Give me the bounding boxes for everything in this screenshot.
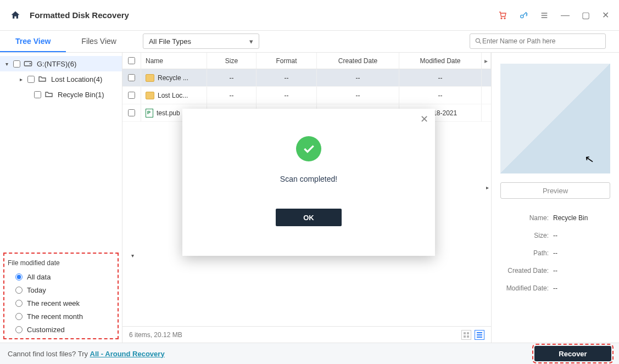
tab-files-view[interactable]: Files View xyxy=(66,37,132,52)
footer-hint: Cannot find lost files? Try All - Around… xyxy=(8,350,165,358)
status-text: 6 items, 20.12 MB xyxy=(129,331,182,339)
status-bar: 6 items, 20.12 MB xyxy=(122,326,491,343)
drive-icon xyxy=(24,60,34,67)
app-title: Formatted Disk Recovery xyxy=(30,10,129,20)
svg-point-6 xyxy=(476,38,479,42)
table-row[interactable]: Lost Loc... -- -- -- -- xyxy=(122,87,491,104)
ok-button[interactable]: OK xyxy=(276,209,342,226)
search-field[interactable] xyxy=(470,33,606,49)
collapse-panel-icon[interactable]: ▸ xyxy=(486,184,489,191)
svg-rect-13 xyxy=(477,332,482,333)
grid-view-icon[interactable] xyxy=(461,330,471,340)
meta-modified: -- xyxy=(553,284,557,292)
tree: ▾ G:(NTFS)(6) ▸ Lost Location(4) Recycle… xyxy=(0,53,122,249)
filter-panel: File modified date All data Today The re… xyxy=(3,253,119,339)
minimize-button[interactable]: — xyxy=(561,10,570,20)
search-icon xyxy=(475,37,482,45)
scan-complete-dialog: ✕ Scan completed! OK xyxy=(182,109,435,256)
tree-node-root[interactable]: ▾ G:(NTFS)(6) xyxy=(0,56,122,71)
publisher-file-icon xyxy=(146,109,153,117)
svg-rect-9 xyxy=(464,332,466,334)
chevron-down-icon: ▾ xyxy=(249,37,253,46)
svg-point-2 xyxy=(521,15,523,18)
svg-point-1 xyxy=(504,18,505,19)
maximize-button[interactable]: ▢ xyxy=(582,10,590,20)
svg-rect-10 xyxy=(467,332,469,334)
collapse-icon[interactable]: ▾ xyxy=(5,61,13,67)
tree-node-lost-location[interactable]: ▸ Lost Location(4) xyxy=(0,71,122,87)
meta-size: -- xyxy=(553,232,557,239)
recover-button[interactable]: Recover xyxy=(534,346,611,361)
success-check-icon xyxy=(296,136,321,161)
col-format[interactable]: Format xyxy=(256,53,317,69)
filter-option-week[interactable]: The recent week xyxy=(8,296,114,310)
folder-icon xyxy=(44,91,54,98)
meta-created: -- xyxy=(553,267,557,275)
title-bar: Formatted Disk Recovery — ▢ ✕ xyxy=(0,0,619,31)
filter-title: File modified date xyxy=(8,259,114,267)
col-created[interactable]: Created Date xyxy=(317,53,399,69)
svg-rect-14 xyxy=(477,334,482,335)
expand-icon[interactable]: ▸ xyxy=(20,76,27,82)
col-name[interactable]: Name xyxy=(141,53,207,69)
tree-checkbox[interactable] xyxy=(13,60,20,68)
table-header: Name Size Format Created Date Modified D… xyxy=(122,53,491,69)
toolbar: Tree View Files View All File Types ▾ xyxy=(0,31,619,53)
row-checkbox[interactable] xyxy=(128,109,135,116)
col-modified[interactable]: Modified Date xyxy=(399,53,482,69)
row-checkbox[interactable] xyxy=(128,92,135,99)
svg-rect-15 xyxy=(477,337,482,338)
tree-label: Recycle Bin(1) xyxy=(58,91,104,99)
tab-tree-view[interactable]: Tree View xyxy=(0,37,66,52)
table-row[interactable]: Recycle ... -- -- -- -- xyxy=(122,69,491,87)
menu-icon[interactable] xyxy=(540,11,549,20)
col-size[interactable]: Size xyxy=(207,53,256,69)
all-around-recovery-link[interactable]: All - Around Recovery xyxy=(90,350,165,358)
meta-name: Recycle Bin xyxy=(553,214,588,222)
filter-option-custom[interactable]: Customized xyxy=(8,323,114,336)
preview-panel: ▸ Preview Name:Recycle Bin Size:-- Path:… xyxy=(492,53,619,343)
filter-option-month[interactable]: The recent month xyxy=(8,310,114,323)
filter-option-all[interactable]: All data xyxy=(8,270,114,283)
preview-button[interactable]: Preview xyxy=(500,182,610,199)
svg-rect-4 xyxy=(542,15,548,15)
tree-node-recycle-bin[interactable]: Recycle Bin(1) xyxy=(0,87,122,102)
key-icon[interactable] xyxy=(519,11,528,20)
sidebar: ▾ G:(NTFS)(6) ▸ Lost Location(4) Recycle… xyxy=(0,53,122,343)
file-type-value: All File Types xyxy=(149,37,191,46)
row-checkbox[interactable] xyxy=(128,74,135,81)
tree-label: Lost Location(4) xyxy=(51,75,102,83)
select-all-checkbox[interactable] xyxy=(128,57,135,64)
meta-path: -- xyxy=(553,249,557,257)
svg-point-8 xyxy=(30,63,30,64)
folder-icon xyxy=(146,92,154,99)
search-input[interactable] xyxy=(482,37,601,45)
close-icon[interactable]: ✕ xyxy=(420,113,428,125)
file-type-select[interactable]: All File Types ▾ xyxy=(143,33,259,49)
close-button[interactable]: ✕ xyxy=(602,10,609,20)
filter-option-today[interactable]: Today xyxy=(8,283,114,296)
folder-icon xyxy=(38,76,48,82)
tree-checkbox[interactable] xyxy=(34,91,41,98)
list-view-icon[interactable] xyxy=(475,330,484,340)
footer: Cannot find lost files? Try All - Around… xyxy=(0,343,619,364)
svg-rect-3 xyxy=(542,13,548,13)
scroll-right-icon[interactable]: ▸ xyxy=(482,53,491,69)
svg-rect-12 xyxy=(467,335,469,338)
cart-icon[interactable] xyxy=(498,11,507,20)
tree-checkbox[interactable] xyxy=(27,76,35,83)
home-icon[interactable] xyxy=(10,10,21,21)
dialog-message: Scan completed! xyxy=(280,175,337,183)
svg-rect-11 xyxy=(464,335,466,338)
svg-rect-5 xyxy=(542,17,548,18)
folder-icon xyxy=(146,74,154,82)
svg-point-0 xyxy=(501,18,502,19)
tree-label: G:(NTFS)(6) xyxy=(37,60,76,68)
